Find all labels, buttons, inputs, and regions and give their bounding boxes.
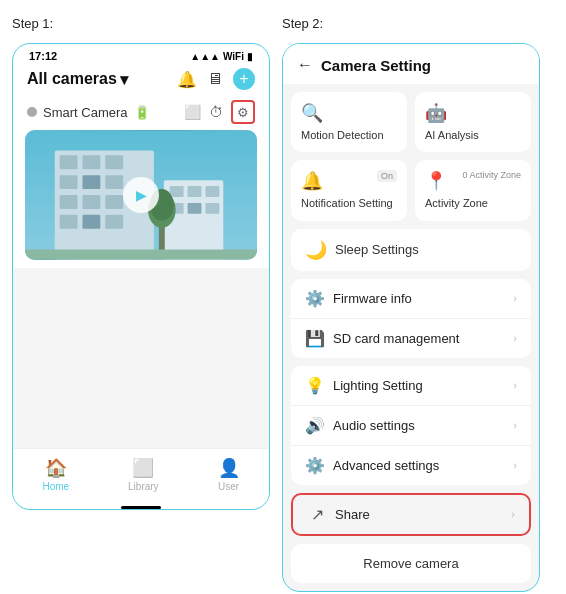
advanced-chevron: › bbox=[513, 459, 517, 471]
status-time: 17:12 bbox=[29, 50, 57, 62]
phone-frame: 17:12 ▲▲▲ WiFi ▮ All cameras ▾ 🔔 🖥 + bbox=[12, 43, 270, 510]
card-top-ai: 🤖 bbox=[425, 102, 521, 124]
svg-rect-11 bbox=[105, 195, 123, 209]
phone-content bbox=[13, 268, 269, 448]
sd-card-chevron: › bbox=[513, 332, 517, 344]
sleep-settings-section[interactable]: 🌙 Sleep Settings bbox=[291, 229, 531, 271]
camera-name-text: Smart Camera bbox=[43, 105, 128, 120]
step2-wrapper: Step 2: ← Camera Setting 🔍 Motion Detect… bbox=[282, 16, 540, 592]
firmware-chevron: › bbox=[513, 292, 517, 304]
svg-rect-7 bbox=[83, 175, 101, 189]
sleep-row: 🌙 Sleep Settings bbox=[305, 239, 517, 261]
wifi-status-icon: WiFi bbox=[223, 51, 244, 62]
lighting-chevron: › bbox=[513, 379, 517, 391]
home-indicator bbox=[121, 506, 161, 509]
advanced-left: ⚙️ Advanced settings bbox=[305, 456, 439, 475]
bell-icon[interactable]: 🔔 bbox=[177, 70, 197, 89]
svg-rect-6 bbox=[60, 175, 78, 189]
svg-rect-13 bbox=[83, 215, 101, 229]
status-bar: 17:12 ▲▲▲ WiFi ▮ bbox=[13, 44, 269, 64]
share-item-highlighted[interactable]: ↗ Share › bbox=[291, 493, 531, 536]
expand-icon[interactable]: ⬜ bbox=[184, 104, 201, 120]
header-title-text: All cameras bbox=[27, 70, 117, 88]
sd-card-label: SD card management bbox=[333, 331, 459, 346]
battery-icon: ▮ bbox=[247, 51, 253, 62]
activity-zone-label: Activity Zone bbox=[425, 196, 521, 210]
share-list-item: ↗ Share › bbox=[293, 495, 529, 534]
settings-list-1: ⚙️ Firmware info › 💾 SD card management … bbox=[291, 279, 531, 358]
settings-title: Camera Setting bbox=[321, 57, 431, 74]
header-icons: 🔔 🖥 + bbox=[177, 68, 255, 90]
remove-camera-button[interactable]: Remove camera bbox=[291, 544, 531, 583]
motion-detection-card[interactable]: 🔍 Motion Detection bbox=[291, 92, 407, 152]
activity-icon: 📍 bbox=[425, 170, 447, 192]
lighting-label: Lighting Setting bbox=[333, 378, 423, 393]
header-title[interactable]: All cameras ▾ bbox=[27, 70, 128, 89]
settings-icon-button[interactable]: ⚙ bbox=[231, 100, 255, 124]
firmware-left: ⚙️ Firmware info bbox=[305, 289, 412, 308]
notification-card[interactable]: 🔔 On Notification Setting bbox=[291, 160, 407, 220]
motion-icon: 🔍 bbox=[301, 102, 323, 124]
svg-rect-4 bbox=[83, 155, 101, 169]
firmware-label: Firmware info bbox=[333, 291, 412, 306]
settings-header: ← Camera Setting bbox=[283, 44, 539, 84]
back-button[interactable]: ← bbox=[297, 56, 313, 74]
share-label: Share bbox=[335, 507, 370, 522]
add-camera-button[interactable]: + bbox=[233, 68, 255, 90]
camera-row: Smart Camera 🔋 ⬜ ⏱ ⚙ bbox=[13, 96, 269, 130]
notification-badge: On bbox=[377, 170, 397, 182]
header-dropdown-arrow: ▾ bbox=[120, 70, 128, 89]
svg-rect-20 bbox=[188, 203, 202, 214]
settings-frame: ← Camera Setting 🔍 Motion Detection 🤖 AI… bbox=[282, 43, 540, 592]
activity-zone-card[interactable]: 📍 0 Activity Zone Activity Zone bbox=[415, 160, 531, 220]
svg-point-0 bbox=[27, 107, 37, 117]
home-icon: 🏠 bbox=[45, 457, 67, 479]
svg-rect-22 bbox=[25, 250, 257, 260]
notification-icon: 🔔 bbox=[301, 170, 323, 192]
ai-analysis-label: AI Analysis bbox=[425, 128, 521, 142]
camera-name: Smart Camera 🔋 bbox=[27, 105, 150, 120]
lighting-item[interactable]: 💡 Lighting Setting › bbox=[291, 366, 531, 406]
ai-analysis-card[interactable]: 🤖 AI Analysis bbox=[415, 92, 531, 152]
svg-rect-10 bbox=[83, 195, 101, 209]
sleep-label: Sleep Settings bbox=[335, 242, 419, 257]
audio-icon: 🔊 bbox=[305, 416, 325, 435]
advanced-settings-item[interactable]: ⚙️ Advanced settings › bbox=[291, 446, 531, 485]
svg-rect-5 bbox=[105, 155, 123, 169]
play-button[interactable]: ▶ bbox=[123, 177, 159, 213]
camera-action-icons: ⬜ ⏱ ⚙ bbox=[184, 100, 255, 124]
sd-card-item[interactable]: 💾 SD card management › bbox=[291, 319, 531, 358]
firmware-info-item[interactable]: ⚙️ Firmware info › bbox=[291, 279, 531, 319]
svg-rect-8 bbox=[105, 175, 123, 189]
nav-home[interactable]: 🏠 Home bbox=[42, 457, 69, 492]
step1-label: Step 1: bbox=[12, 16, 270, 31]
svg-rect-3 bbox=[60, 155, 78, 169]
svg-rect-9 bbox=[60, 195, 78, 209]
battery-cam-icon: 🔋 bbox=[134, 105, 150, 120]
audio-label: Audio settings bbox=[333, 418, 415, 433]
nav-user-label: User bbox=[218, 481, 239, 492]
card-top-notification: 🔔 On bbox=[301, 170, 397, 192]
card-top-activity: 📍 0 Activity Zone bbox=[425, 170, 521, 192]
camera-thumbnail[interactable]: ▶ bbox=[25, 130, 257, 260]
nav-home-label: Home bbox=[42, 481, 69, 492]
audio-item[interactable]: 🔊 Audio settings › bbox=[291, 406, 531, 446]
phone-nav: 🏠 Home ⬜ Library 👤 User bbox=[13, 448, 269, 502]
nav-library[interactable]: ⬜ Library bbox=[128, 457, 159, 492]
nav-library-label: Library bbox=[128, 481, 159, 492]
firmware-icon: ⚙️ bbox=[305, 289, 325, 308]
library-icon: ⬜ bbox=[132, 457, 154, 479]
svg-rect-12 bbox=[60, 215, 78, 229]
share-left: ↗ Share bbox=[307, 505, 370, 524]
time-icon[interactable]: ⏱ bbox=[209, 104, 223, 120]
lighting-left: 💡 Lighting Setting bbox=[305, 376, 423, 395]
svg-rect-18 bbox=[205, 186, 219, 197]
card-top-motion: 🔍 bbox=[301, 102, 397, 124]
svg-rect-21 bbox=[205, 203, 219, 214]
nav-user[interactable]: 👤 User bbox=[218, 457, 240, 492]
audio-left: 🔊 Audio settings bbox=[305, 416, 415, 435]
sleep-icon: 🌙 bbox=[305, 239, 327, 261]
lighting-icon: 💡 bbox=[305, 376, 325, 395]
monitor-icon[interactable]: 🖥 bbox=[207, 70, 223, 88]
user-icon: 👤 bbox=[218, 457, 240, 479]
